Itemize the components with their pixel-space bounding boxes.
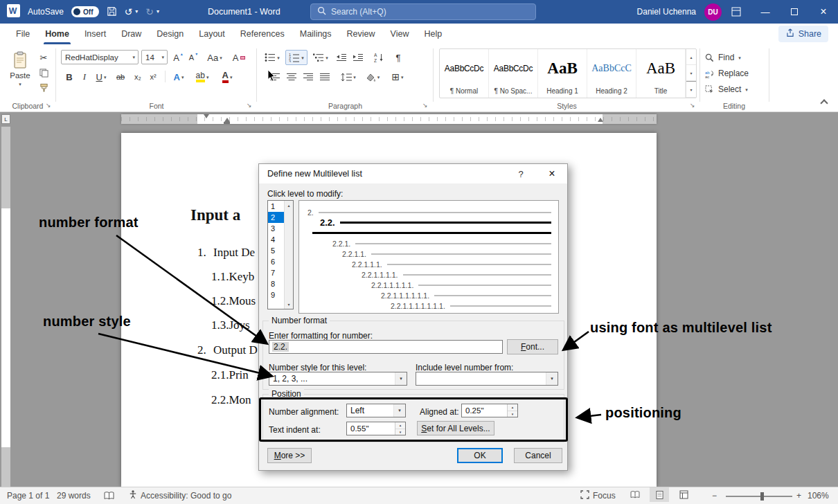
first-line-indent-marker[interactable] — [204, 114, 209, 118]
accessibility-status[interactable]: Accessibility: Good to go — [129, 487, 231, 504]
tab-layout[interactable]: Layout — [191, 24, 233, 44]
select-button[interactable]: Select▾ — [705, 82, 748, 96]
level-option-3[interactable]: 3 — [268, 223, 284, 234]
level-option-5[interactable]: 5 — [268, 245, 284, 256]
font-dialog-launcher-icon[interactable]: ↘ — [247, 102, 252, 109]
find-button[interactable]: Find▾ — [705, 51, 741, 64]
level-option-9[interactable]: 9 — [268, 289, 284, 300]
increase-indent-button[interactable] — [350, 50, 366, 65]
tab-view[interactable]: View — [383, 24, 417, 44]
tab-review[interactable]: Review — [339, 24, 383, 44]
number-alignment-combo[interactable]: Left▾ — [346, 404, 406, 417]
styles-dialog-launcher-icon[interactable]: ↘ — [690, 102, 695, 109]
zoom-level[interactable]: 106% — [808, 487, 829, 504]
superscript-button[interactable]: x² — [145, 69, 161, 84]
chevron-down-icon[interactable]: ▾ — [546, 372, 558, 385]
dialog-close-button[interactable]: × — [540, 164, 564, 183]
spin-down-icon[interactable]: ▾ — [395, 429, 405, 435]
change-case-button[interactable]: Aa▾ — [204, 50, 226, 65]
paragraph-dialog-launcher-icon[interactable]: ↘ — [422, 102, 428, 109]
replace-button[interactable]: abacReplace — [705, 66, 749, 80]
word-count[interactable]: 29 words — [57, 487, 91, 504]
gallery-more-icon[interactable]: ▾ — [686, 81, 696, 98]
zoom-slider[interactable] — [726, 496, 792, 497]
tab-insert[interactable]: Insert — [77, 24, 114, 44]
spin-up-icon[interactable]: ▴ — [395, 422, 405, 429]
tab-mailings[interactable]: Mailings — [292, 24, 339, 44]
save-icon[interactable] — [107, 6, 117, 18]
level-option-1[interactable]: 1 — [268, 201, 284, 212]
tab-references[interactable]: References — [233, 24, 292, 44]
line-spacing-button[interactable]: ▾ — [338, 69, 359, 84]
multilevel-list-button[interactable]: ▾ — [310, 50, 331, 65]
chevron-down-icon[interactable]: ▾ — [395, 372, 407, 385]
search-box[interactable] — [310, 3, 536, 20]
font-size-combo[interactable]: 14▾ — [141, 50, 168, 64]
italic-button[interactable]: I — [78, 69, 91, 84]
search-input[interactable] — [331, 7, 529, 17]
avatar[interactable]: DU — [704, 3, 722, 21]
dialog-help-button[interactable]: ? — [510, 164, 531, 183]
underline-button[interactable]: U▾ — [91, 69, 111, 84]
shrink-font-button[interactable]: A▾ — [186, 50, 201, 65]
web-layout-button[interactable] — [674, 487, 693, 502]
level-option-6[interactable]: 6 — [268, 256, 284, 267]
level-option-4[interactable]: 4 — [268, 234, 284, 245]
align-center-button[interactable] — [284, 69, 299, 84]
undo-chevron-icon[interactable]: ▾ — [135, 9, 138, 15]
collapse-ribbon-icon[interactable] — [820, 99, 828, 107]
spin-up-icon[interactable]: ▴ — [508, 404, 517, 411]
proofing-icon[interactable] — [104, 487, 114, 504]
subscript-button[interactable]: x₂ — [130, 69, 145, 84]
number-style-combo[interactable]: 1, 2, 3, ...▾ — [269, 372, 407, 386]
print-layout-button[interactable] — [650, 487, 669, 502]
gallery-down-icon[interactable]: ▾ — [686, 65, 696, 81]
bullets-button[interactable]: ▾ — [262, 50, 283, 65]
scroll-down-icon[interactable]: ▾ — [287, 302, 289, 307]
copy-icon[interactable] — [36, 65, 51, 80]
aligned-at-spinner[interactable]: 0.25"▴▾ — [461, 404, 518, 417]
customize-toolbar-chevron-icon[interactable]: ▾ — [157, 9, 159, 15]
text-effects-button[interactable]: A▾ — [169, 69, 188, 84]
autosave-toggle[interactable]: Off — [71, 6, 98, 17]
style-no-spacing[interactable]: AaBbCcDc¶ No Spac... — [489, 49, 538, 98]
style-title[interactable]: AaBTitle — [636, 49, 686, 98]
paste-button[interactable]: Paste ▾ — [6, 48, 35, 99]
close-button[interactable]: × — [809, 0, 838, 24]
number-format-input[interactable]: 2.2. — [269, 340, 503, 354]
vertical-ruler[interactable] — [1, 127, 10, 487]
left-indent-marker[interactable] — [224, 122, 230, 124]
grow-font-button[interactable]: A▴ — [170, 50, 186, 65]
bold-button[interactable]: B — [62, 69, 76, 84]
level-listbox[interactable]: 1 2 3 4 5 6 7 8 9 ▴▾ — [267, 200, 294, 309]
zoom-slider-thumb[interactable] — [760, 492, 764, 501]
level-option-8[interactable]: 8 — [268, 278, 284, 289]
spin-down-icon[interactable]: ▾ — [508, 411, 517, 417]
set-all-levels-button[interactable]: Set for All Levels... — [417, 421, 494, 435]
focus-button[interactable]: Focus — [580, 487, 616, 504]
shading-button[interactable]: ▾ — [362, 69, 384, 84]
text-indent-spinner[interactable]: 0.55"▴▾ — [346, 422, 406, 435]
share-button[interactable]: Share — [778, 26, 828, 42]
tab-home[interactable]: Home — [37, 24, 77, 44]
cut-icon[interactable]: ✂ — [36, 50, 51, 65]
tab-help[interactable]: Help — [416, 24, 449, 44]
undo-icon[interactable]: ↺ — [125, 7, 133, 17]
tab-draw[interactable]: Draw — [114, 24, 149, 44]
redo-icon[interactable]: ↻ — [145, 7, 154, 17]
zoom-in-button[interactable]: + — [796, 487, 801, 504]
style-heading2[interactable]: AaBbCcCHeading 2 — [587, 49, 636, 98]
show-paragraph-marks-button[interactable]: ¶ — [391, 50, 406, 65]
tab-file[interactable]: File — [8, 24, 37, 44]
scroll-up-icon[interactable]: ▴ — [287, 203, 289, 208]
level-option-7[interactable]: 7 — [268, 267, 284, 278]
sort-button[interactable]: AZ — [370, 50, 388, 65]
font-name-combo[interactable]: RedHatDisplay▾ — [61, 50, 139, 64]
clipboard-dialog-launcher-icon[interactable]: ↘ — [46, 102, 51, 109]
cancel-button[interactable]: Cancel — [514, 448, 562, 463]
horizontal-ruler[interactable] — [0, 114, 838, 125]
font-color-button[interactable]: A▾ — [216, 69, 238, 84]
level-option-2-selected[interactable]: 2 — [268, 212, 284, 223]
style-normal[interactable]: AaBbCcDc¶ Normal — [440, 49, 489, 98]
include-level-combo[interactable]: ▾ — [416, 372, 558, 386]
